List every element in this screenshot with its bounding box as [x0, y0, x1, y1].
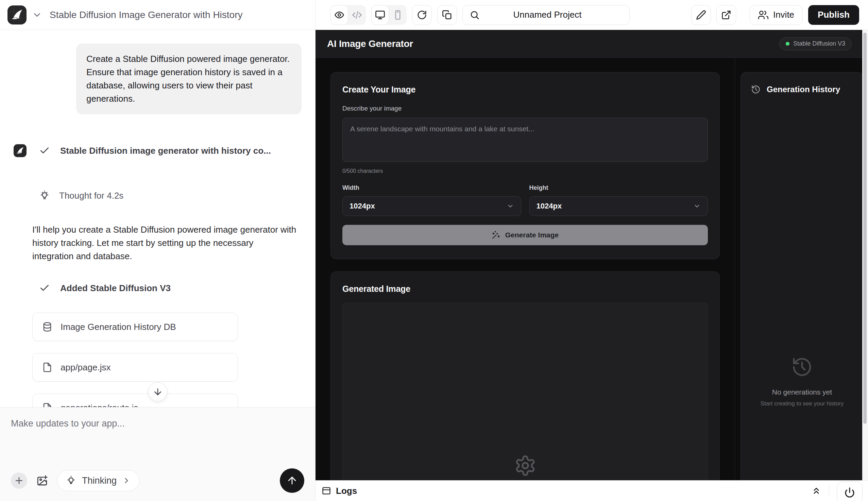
send-message-button[interactable]	[280, 468, 304, 493]
history-header: Generation History	[751, 85, 853, 94]
rename-project-button[interactable]	[691, 5, 711, 25]
status-dot	[786, 42, 790, 45]
scroll-to-bottom-button[interactable]	[148, 382, 167, 401]
generate-image-button[interactable]: Generate Image	[343, 225, 708, 245]
code-icon	[352, 10, 362, 20]
history-clock-icon	[791, 356, 813, 378]
character-count: 0/500 characters	[343, 168, 708, 174]
thinking-mode-selector[interactable]: Thinking	[57, 470, 139, 491]
history-title: Generation History	[767, 85, 840, 94]
device-mode-group	[371, 5, 406, 25]
pencil-icon	[696, 10, 706, 20]
publish-button[interactable]: Publish	[808, 5, 859, 25]
artifact-label: generations/route.js	[61, 403, 138, 407]
workspace-header: Stable Diffusion Image Generator with Hi…	[0, 0, 315, 30]
create-image-card: Create Your Image Describe your image 0/…	[330, 72, 720, 259]
add-image-button[interactable]	[34, 472, 50, 489]
thinking-label: Thinking	[82, 476, 117, 486]
refresh-icon	[417, 10, 427, 20]
logo-swoosh-icon	[14, 144, 26, 157]
top-bar: Stable Diffusion Image Generator with Hi…	[0, 0, 868, 30]
project-name: Unnamed Project	[484, 10, 622, 20]
logs-label: Logs	[336, 486, 357, 496]
history-sidebar: Generation History No generations yet St…	[735, 58, 868, 480]
width-field: Width 1024px	[343, 184, 521, 216]
expand-logs-button[interactable]	[811, 486, 822, 496]
height-field: Height 1024px	[529, 184, 708, 216]
artifact-file-route[interactable]: generations/route.js	[32, 394, 238, 407]
preview-app-title: AI Image Generator	[327, 39, 413, 49]
chevron-right-icon	[122, 476, 131, 485]
project-url-bar[interactable]: Unnamed Project	[463, 5, 630, 25]
chevron-down-icon	[32, 10, 42, 20]
wand-icon	[492, 231, 500, 239]
history-empty-subtitle: Start creating to see your history	[761, 400, 844, 407]
composer-actions: Thinking	[11, 468, 304, 493]
lightbulb-icon	[66, 475, 76, 486]
create-card-title: Create Your Image	[343, 85, 708, 95]
open-in-new-tab-button[interactable]	[716, 5, 736, 25]
invite-button[interactable]: Invite	[750, 5, 803, 25]
thought-row[interactable]: Thought for 4.2s	[14, 190, 302, 201]
result-card-title: Generated Image	[343, 284, 708, 294]
preview-scrollbar[interactable]	[862, 30, 868, 480]
logs-bar[interactable]: Logs	[315, 480, 868, 501]
check-icon	[39, 283, 50, 294]
copy-preview-url-button[interactable]	[437, 5, 457, 25]
attach-button[interactable]	[11, 472, 27, 489]
artifact-file-page[interactable]: app/page.jsx	[32, 353, 238, 382]
generator-main-column: Create Your Image Describe your image 0/…	[315, 58, 735, 480]
workspace-menu-chevron[interactable]	[32, 10, 42, 20]
prompt-input[interactable]	[343, 118, 708, 162]
arrow-up-icon	[286, 475, 298, 486]
height-value: 1024px	[536, 202, 562, 211]
power-icon	[844, 487, 855, 498]
logs-actions	[811, 480, 862, 501]
generated-image-card: Generated Image Your generated image wil…	[330, 271, 720, 480]
chat-scroll-area[interactable]: Create a Stable Diffusion powered image …	[0, 30, 315, 407]
phone-icon	[393, 10, 403, 20]
divider	[829, 485, 829, 497]
width-label: Width	[343, 184, 521, 192]
artifact-label: Image Generation History DB	[61, 322, 176, 332]
assistant-message: I'll help you create a Stable Diffusion …	[14, 223, 302, 263]
desktop-view-button[interactable]	[371, 5, 389, 25]
app-logo[interactable]	[8, 6, 26, 24]
code-mode-button[interactable]	[348, 5, 366, 25]
eye-icon	[334, 10, 344, 20]
app-window: Stable Diffusion Image Generator with Hi…	[0, 0, 868, 501]
preview-scrollbar-thumb[interactable]	[863, 33, 867, 424]
model-badge-label: Stable Diffusion V3	[793, 40, 845, 47]
artifact-database[interactable]: Image Generation History DB	[32, 312, 238, 341]
lightbulb-icon	[39, 190, 50, 201]
preview-app-header: AI Image Generator Stable Diffusion V3	[315, 30, 868, 58]
preview-mode-button[interactable]	[330, 5, 348, 25]
image-plus-icon	[36, 475, 48, 486]
prompt-field-label: Describe your image	[343, 105, 708, 112]
history-empty-title: No generations yet	[772, 388, 832, 396]
added-integration-label: Added Stable Diffusion V3	[60, 283, 171, 294]
copy-icon	[442, 10, 452, 20]
database-icon	[42, 322, 52, 332]
view-mode-group	[330, 5, 366, 25]
added-integration-row: Added Stable Diffusion V3	[14, 283, 302, 294]
width-select[interactable]: 1024px	[343, 196, 521, 216]
preview-toolbar: Unnamed Project Invite Publish	[315, 0, 868, 30]
height-select[interactable]: 1024px	[529, 196, 708, 216]
check-icon	[39, 145, 50, 156]
generated-image-placeholder: Your generated image will appear here	[343, 303, 708, 480]
history-clock-icon	[751, 85, 761, 94]
stop-app-button[interactable]	[837, 482, 862, 501]
logo-swoosh-icon	[8, 6, 26, 24]
monitor-icon	[375, 10, 385, 20]
task-status-title: Stable Diffusion image generator with hi…	[60, 146, 271, 156]
dimensions-row: Width 1024px Height	[343, 184, 708, 216]
history-empty-state: No generations yet Start creating to see…	[751, 356, 853, 407]
assistant-status-row: Stable Diffusion image generator with hi…	[14, 144, 302, 157]
app-preview-pane: AI Image Generator Stable Diffusion V3 C…	[315, 30, 868, 501]
refresh-preview-button[interactable]	[412, 5, 432, 25]
generation-history-card: Generation History No generations yet St…	[740, 72, 864, 480]
mobile-view-button[interactable]	[389, 5, 406, 25]
chat-input[interactable]: Make updates to your app...	[11, 418, 304, 429]
search-icon	[469, 10, 480, 20]
